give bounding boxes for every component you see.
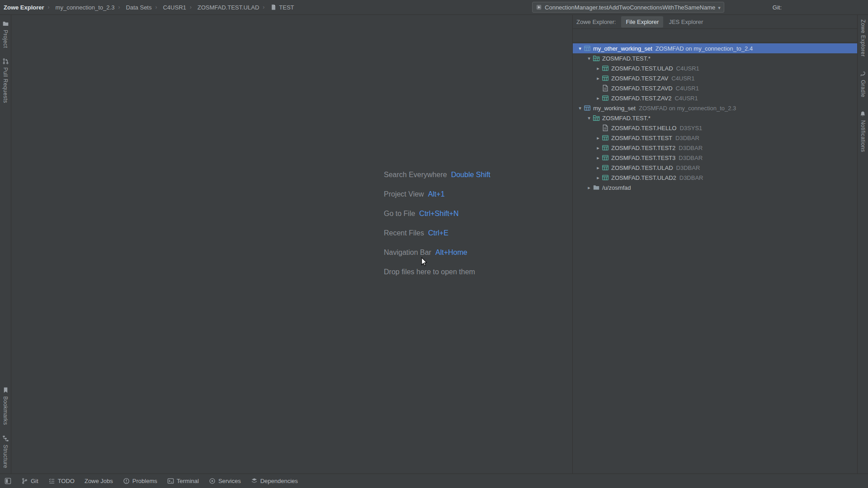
tree-item-detail: C4USR1 bbox=[676, 65, 699, 72]
breadcrumb-item[interactable]: ZOSMFAD.TEST.ULAD bbox=[186, 4, 259, 11]
tree-item-detail: C4USR1 bbox=[676, 85, 699, 92]
chevron-icon[interactable] bbox=[594, 135, 602, 141]
ide-window: Zowe Explorer my_connection_to_2.3 Data … bbox=[0, 0, 868, 488]
dataset-icon bbox=[602, 75, 609, 82]
chevron-icon[interactable] bbox=[594, 165, 602, 171]
toolwindow-button[interactable]: Bookmarks bbox=[2, 387, 9, 425]
tree-row[interactable]: my_working_set ZOSMFAD on my_connection_… bbox=[573, 103, 857, 113]
status-bar-item[interactable]: TODO bbox=[48, 478, 75, 484]
toolwindow-button[interactable]: Structure bbox=[2, 435, 9, 468]
tree-row[interactable]: ZOSMFAD.TEST.ZAV2 C4USR1 bbox=[573, 93, 857, 103]
chevron-icon[interactable] bbox=[594, 75, 602, 81]
chevron-icon[interactable] bbox=[576, 105, 584, 111]
tool-window-tabs: File ExplorerJES Explorer bbox=[621, 16, 708, 28]
toolwindow-button-label: Notifications bbox=[860, 120, 866, 152]
chevron-icon[interactable] bbox=[594, 155, 602, 161]
shortcut-hint-label: Recent Files bbox=[384, 229, 424, 237]
status-bar-item[interactable]: Terminal bbox=[167, 478, 199, 484]
dataset-icon bbox=[602, 65, 609, 72]
status-bar-item-label: Terminal bbox=[177, 478, 199, 484]
tree-row[interactable]: ZOSMFAD.TEST.ZAVD C4USR1 bbox=[573, 83, 857, 93]
shortcut-hint: Project View Alt+1 bbox=[384, 184, 491, 204]
breadcrumb-item[interactable]: TEST bbox=[259, 4, 294, 11]
editor-empty-state: Search Everywhere Double Shift Project V… bbox=[11, 15, 572, 474]
status-bar-item[interactable]: Zowe Jobs bbox=[85, 478, 113, 484]
chevron-icon[interactable] bbox=[585, 115, 593, 121]
shortcut-hint-label: Project View bbox=[384, 190, 424, 198]
toolwindow-button[interactable]: Project bbox=[2, 20, 9, 48]
breadcrumb-item[interactable]: Zowe Explorer bbox=[4, 4, 44, 11]
structure-icon bbox=[2, 435, 9, 442]
shortcut-hint: Recent Files Ctrl+E bbox=[384, 223, 491, 243]
toolwindow-button[interactable]: Zowe Explorer bbox=[860, 19, 866, 57]
tree-row[interactable]: ZOSMFAD.TEST.HELLO D3SYS1 bbox=[573, 123, 857, 133]
shortcut-hint-label: Navigation Bar bbox=[384, 249, 431, 257]
tree-item-label: ZOSMFAD.TEST.* bbox=[602, 55, 651, 62]
tree-item-detail: C4USR1 bbox=[675, 95, 698, 102]
tree-item-label: ZOSMFAD.TEST.ZAVD bbox=[611, 85, 673, 92]
dataset-icon bbox=[602, 94, 609, 102]
chevron-icon[interactable] bbox=[594, 175, 602, 181]
breadcrumb-item[interactable]: C4USR1 bbox=[151, 4, 186, 11]
tool-window-tab[interactable]: File Explorer bbox=[621, 16, 663, 28]
tree-item-detail: C4USR1 bbox=[671, 75, 694, 82]
tree-row[interactable]: /u/zosmfad bbox=[573, 183, 857, 192]
tree-item-label: ZOSMFAD.TEST.ULAD2 bbox=[611, 174, 676, 181]
left-stripe-bottom: Bookmarks Structure bbox=[2, 387, 9, 468]
breadcrumb-item[interactable]: my_connection_to_2.3 bbox=[44, 4, 115, 11]
tree-row[interactable]: ZOSMFAD.TEST.ULAD2 D3DBAR bbox=[573, 173, 857, 183]
tree-row[interactable]: ZOSMFAD.TEST.TEST D3DBAR bbox=[573, 133, 857, 143]
chevron-icon[interactable] bbox=[576, 46, 584, 52]
tree-item-label: ZOSMFAD.TEST.ULAD bbox=[611, 164, 673, 171]
gradle-icon bbox=[859, 70, 866, 77]
run-config-icon bbox=[536, 4, 542, 10]
zowe-explorer-panel: Zowe Explorer: File ExplorerJES Explorer… bbox=[572, 15, 857, 474]
toolwindow-switcher-icon bbox=[5, 478, 11, 484]
chevron-icon[interactable] bbox=[594, 95, 602, 101]
status-bar-item-label: TODO bbox=[58, 478, 75, 484]
tree-item-label: ZOSMFAD.TEST.ULAD bbox=[611, 65, 673, 72]
tree-row[interactable]: ZOSMFAD.TEST.TEST3 D3DBAR bbox=[573, 153, 857, 163]
dataset-icon bbox=[602, 154, 609, 161]
working-set-icon bbox=[584, 45, 591, 52]
tree-item-label: ZOSMFAD.TEST.* bbox=[602, 115, 651, 122]
toolwindow-button-label: Structure bbox=[2, 445, 9, 468]
tool-window-header: Zowe Explorer: File ExplorerJES Explorer bbox=[573, 15, 857, 28]
tree-row[interactable]: ZOSMFAD.TEST.ULAD C4USR1 bbox=[573, 63, 857, 73]
shortcut-hint: Go to File Ctrl+Shift+N bbox=[384, 204, 491, 223]
tree-item-label: ZOSMFAD.TEST.TEST2 bbox=[611, 145, 675, 151]
tree-item-label: ZOSMFAD.TEST.ZAV2 bbox=[611, 95, 671, 102]
run-config-select[interactable]: ConnectionManager.testAddTwoConnectionsW… bbox=[532, 2, 724, 13]
tree-item-label: /u/zosmfad bbox=[602, 184, 631, 191]
tool-window-tab[interactable]: JES Explorer bbox=[664, 16, 708, 28]
status-bar-item[interactable]: Services bbox=[209, 478, 241, 484]
chevron-icon[interactable] bbox=[585, 185, 593, 191]
shortcut-hints: Search Everywhere Double Shift Project V… bbox=[384, 165, 491, 262]
file-icon bbox=[270, 4, 277, 10]
chevron-icon[interactable] bbox=[585, 56, 593, 61]
tree-row[interactable]: my_other_working_set ZOSMFAD on my_conne… bbox=[573, 43, 857, 53]
shortcut-hint-key: Double Shift bbox=[451, 171, 491, 179]
tree-row[interactable]: ZOSMFAD.TEST.* bbox=[573, 113, 857, 123]
status-bar-item[interactable]: Dependencies bbox=[251, 478, 298, 484]
tree-item-label: ZOSMFAD.TEST.ZAV bbox=[611, 75, 668, 82]
toolwindow-button-label: Project bbox=[2, 30, 9, 48]
toolwindow-button-label: Zowe Explorer bbox=[860, 19, 866, 57]
status-bar-item[interactable] bbox=[5, 478, 11, 484]
breadcrumb-item-label: my_connection_to_2.3 bbox=[56, 4, 115, 11]
toolwindow-button[interactable]: Gradle bbox=[859, 70, 866, 97]
tree-row[interactable]: ZOSMFAD.TEST.* bbox=[573, 53, 857, 63]
tree-row[interactable]: ZOSMFAD.TEST.ZAV C4USR1 bbox=[573, 73, 857, 83]
toolwindow-button[interactable]: Notifications bbox=[859, 111, 866, 152]
toolwindow-button[interactable]: Pull Requests bbox=[2, 58, 9, 103]
tree-row[interactable]: ZOSMFAD.TEST.TEST2 D3DBAR bbox=[573, 143, 857, 153]
git-actions-group bbox=[785, 4, 830, 11]
chevron-icon[interactable] bbox=[594, 145, 602, 151]
shortcut-hint: Search Everywhere Double Shift bbox=[384, 165, 491, 184]
status-bar-item[interactable]: Git bbox=[21, 478, 38, 484]
status-bar-item[interactable]: Problems bbox=[123, 478, 157, 484]
chevron-icon[interactable] bbox=[594, 66, 602, 71]
breadcrumb-item[interactable]: Data Sets bbox=[114, 4, 151, 11]
toolbar-actions: ConnectionManager.testAddTwoConnectionsW… bbox=[510, 2, 864, 13]
tree-row[interactable]: ZOSMFAD.TEST.ULAD D3DBAR bbox=[573, 163, 857, 173]
